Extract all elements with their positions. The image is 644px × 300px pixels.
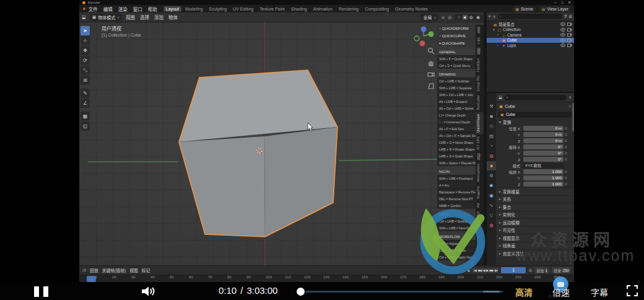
breadcrumb-object-name[interactable]: Cube [505, 104, 515, 108]
menu-item[interactable]: 窗口 [133, 6, 142, 12]
lock-icon[interactable]: ⚿ [565, 176, 568, 180]
transform-value-field[interactable]: 0° [523, 144, 564, 150]
transform-value-field[interactable]: 1.000 [523, 169, 564, 175]
gizmo-y-axis[interactable] [429, 32, 434, 37]
outliner-row[interactable]: • ◇ Camera [487, 32, 574, 38]
tool-button[interactable]: ∠ [80, 99, 90, 108]
view-layer-selector[interactable]: ▤ View Layer [539, 6, 571, 12]
transform-value-field[interactable]: 0 m [523, 132, 564, 138]
pin-icon[interactable]: ⌖ [569, 104, 571, 108]
tool-button[interactable]: ➤ [80, 26, 90, 35]
window-control-button[interactable]: □ [561, 0, 564, 5]
menu-item[interactable]: 编辑 [103, 6, 113, 12]
playback-speed-button[interactable]: 倍速 [552, 286, 570, 298]
window-control-button[interactable]: ─ [554, 0, 557, 5]
keying-set-icon[interactable]: ◎ [528, 268, 532, 273]
eye-icon[interactable] [560, 28, 565, 32]
transform-section-header[interactable]: ▾ 变换 [496, 118, 574, 125]
clock-icon[interactable]: ◷ [82, 268, 86, 273]
editor-type-icon[interactable]: ⬓ [82, 15, 86, 20]
fullscreen-button[interactable] [627, 285, 638, 296]
lock-icon[interactable]: ⚿ [565, 151, 568, 156]
new-collection-icon[interactable]: ⊞ [569, 14, 572, 19]
npanel-tab[interactable]: 视图 [476, 46, 484, 56]
object-name[interactable]: Cube [507, 38, 559, 42]
cube-object[interactable] [179, 70, 337, 237]
eye-icon[interactable] [560, 43, 565, 47]
eye-icon[interactable] [560, 22, 565, 26]
workspace-tab[interactable]: Layout [163, 6, 181, 12]
outliner-search-input[interactable]: ⌕ [498, 14, 563, 19]
properties-tab-icon[interactable]: ◙ [487, 112, 496, 121]
workspace-tab[interactable]: Animation [311, 6, 335, 12]
shading-mode-button[interactable]: ◉ [475, 15, 481, 20]
outliner-row[interactable]: ▾ ▢ Collection [487, 27, 574, 33]
lock-icon[interactable]: ⚿ [565, 145, 568, 149]
menu-item[interactable]: 文件 [89, 6, 98, 12]
tool-button[interactable]: ⊹ [80, 36, 90, 45]
properties-tab-icon[interactable]: ✺ [487, 181, 496, 190]
zoom-icon[interactable] [427, 47, 435, 55]
properties-tab-icon[interactable]: ⎙ [487, 121, 496, 131]
menu-item[interactable]: 帮助 [148, 6, 157, 12]
render-camera-icon[interactable] [567, 38, 572, 42]
marker-menu[interactable]: 标记 [142, 267, 150, 273]
transform-value-field[interactable]: 0 m [523, 138, 564, 144]
gizmo-x-axis[interactable] [420, 41, 425, 46]
npanel-tab[interactable]: 条目 [476, 25, 484, 35]
eye-icon[interactable] [560, 38, 565, 42]
viewport-menu-item[interactable]: 视图 [126, 14, 135, 20]
quality-button[interactable]: 高清 [515, 286, 533, 298]
workspace-tab[interactable]: Compositing [362, 6, 391, 12]
workspace-tab[interactable]: Texture Paint [257, 6, 287, 12]
animate-dot-icon[interactable]: · [570, 145, 572, 149]
outliner-row[interactable]: ▤ 场景集合 [487, 22, 574, 27]
tool-button[interactable]: ✎ [80, 89, 90, 98]
npanel-tab[interactable]: Group Pro [476, 74, 484, 93]
subtitles-button[interactable]: 字幕 [591, 286, 608, 298]
scene-selector[interactable]: ▦ Scene [513, 6, 536, 12]
properties-tab-icon[interactable]: ■ [487, 161, 496, 170]
object-name[interactable]: Collection [503, 27, 559, 32]
npanel-tab[interactable]: HardOps [476, 56, 484, 74]
shading-mode-button[interactable]: ○ [456, 15, 461, 20]
blender-app-icon[interactable]: ◕ [82, 6, 85, 12]
camera-view-icon[interactable] [427, 71, 435, 78]
frame-end-field[interactable]: 结束 250 [552, 267, 571, 273]
snap-magnet-icon[interactable]: ∪ [442, 15, 445, 20]
render-camera-icon[interactable] [567, 22, 572, 26]
tool-button[interactable]: ⟳ [80, 56, 90, 65]
playback-menu[interactable]: 回放 [90, 267, 98, 273]
keying-menu[interactable]: 关键帧(插帧) [102, 267, 126, 273]
object-name[interactable]: Camera [507, 33, 559, 37]
disclosure-icon[interactable]: • [497, 33, 500, 37]
render-camera-icon[interactable] [567, 43, 572, 47]
properties-section-header[interactable]: ▸ 变换增量 [496, 187, 574, 195]
properties-search-input[interactable]: ⌕ [504, 95, 567, 100]
npanel-tab[interactable]: BoxCutter [476, 93, 484, 112]
current-frame-field[interactable]: 1 [501, 267, 526, 273]
view-menu[interactable]: 视图 [129, 267, 138, 273]
object-name[interactable]: Light [507, 43, 559, 48]
navigation-gizmo[interactable] [412, 25, 435, 47]
npanel-tab[interactable]: QuickShape [476, 112, 484, 135]
workspace-tab[interactable]: Shading [289, 6, 310, 12]
viewport-menu-item[interactable]: 添加 [154, 14, 163, 20]
lock-icon[interactable]: ⚿ [565, 133, 568, 137]
eye-icon[interactable] [560, 33, 565, 37]
properties-tab-icon[interactable]: ◔ [487, 141, 496, 151]
tool-button[interactable]: ⊞ [80, 76, 90, 85]
tool-button[interactable]: ◱ [80, 121, 90, 131]
properties-section-header[interactable]: ▸ 实例化 [496, 211, 574, 219]
properties-tab-icon[interactable]: ⚙ [487, 171, 496, 180]
lock-icon[interactable]: ⚿ [565, 126, 568, 131]
lock-icon[interactable]: ⚿ [565, 182, 568, 187]
properties-section-header[interactable]: ▸ 关系 [496, 195, 574, 203]
workspace-tab[interactable]: Rendering [336, 6, 361, 12]
lock-icon[interactable]: ⚿ [565, 139, 568, 143]
workspace-tab[interactable]: Geometry Nodes [393, 6, 430, 12]
shading-mode-button[interactable]: ◍ [468, 15, 474, 20]
disclosure-icon[interactable]: • [497, 43, 500, 47]
properties-scrollbar[interactable] [572, 103, 574, 131]
transform-value-field[interactable]: 0° [523, 157, 564, 162]
